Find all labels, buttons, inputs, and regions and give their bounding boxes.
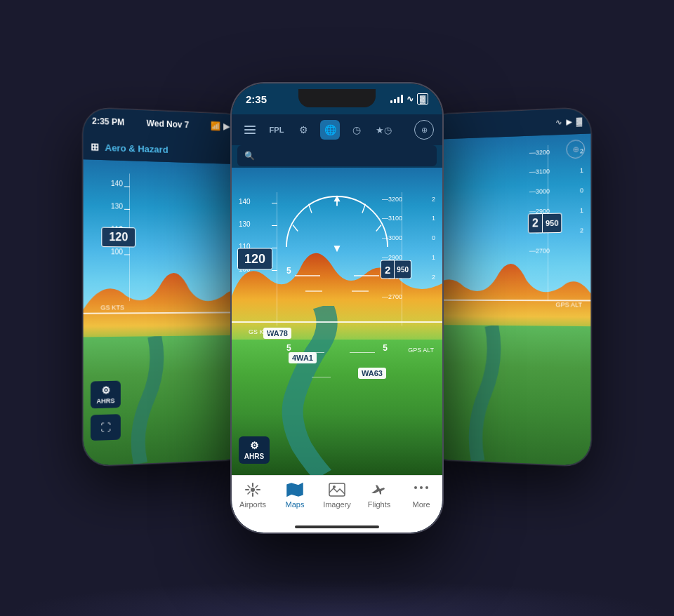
left-speed-label: GS KTS [89,304,136,311]
right-alt-main: 2 [528,213,543,234]
maps-icon [285,481,305,498]
center-rnum-1b: 1 [432,254,435,261]
right-alt-3100: —3100 [529,168,550,175]
layers-icon: ⊞ [91,141,99,153]
center-search-bar[interactable]: 🔍 [237,145,437,166]
toolbar-icons-left: FPL ⚙ 🌐 ◷ ★◷ [240,120,393,140]
bar3 [397,97,399,103]
right-battery-icon: ▓ [576,116,582,126]
phone-right-screen: ∿ ▶ ▓ ⊕ [424,108,591,467]
center-toolbar: FPL ⚙ 🌐 ◷ ★◷ ⊕ [232,114,442,145]
tab-imagery[interactable]: Imagery [316,481,358,509]
center-rnum-2b: 2 [432,274,435,281]
hud-label-5-lower-left: 5 [286,343,291,353]
center-spd-current: 120 [237,248,272,270]
tab-maps[interactable]: Maps [274,481,316,509]
left-header: ⊞ Aero & Hazard [84,133,251,164]
right-location-icon: ▶ [566,117,571,127]
right-alt-current: 2 950 [528,213,562,234]
center-alt-2700: —2700 [382,293,402,300]
phone-left-screen: 2:35 PM Wed Nov 7 📶 ▶ 🔋 ⊞ Aero & Hazard [84,108,251,467]
center-spd-130: 130 [239,220,251,228]
gear-icon: ⚙ [299,124,308,135]
svg-point-14 [420,486,423,489]
left-ahrs-btn[interactable]: ⚙ AHRS [91,381,121,409]
left-time: 2:35 PM [92,116,124,127]
right-alt-3000: —3000 [529,187,550,195]
imagery-icon [327,481,347,498]
right-wifi-icon: ∿ [555,117,562,127]
center-alt-current: 2 950 [381,260,411,279]
right-sub-0: 0 [580,187,583,194]
center-status-icons: ∿ ▓ [390,93,428,105]
svg-point-10 [251,488,255,492]
svg-marker-8 [334,246,341,252]
hud-pitch-line-1 [295,275,320,276]
center-rnum-2a: 2 [432,196,435,203]
right-sub-1a: 1 [580,167,583,174]
right-gps-alt-label: GPS ALT [528,301,585,308]
center-rnum-0: 0 [432,234,435,241]
left-expand-btn[interactable]: ⛶ [91,414,121,441]
imagery-tab-label: Imagery [323,500,351,509]
signal-bars [390,95,403,103]
toolbar-globe-btn[interactable]: 🌐 [320,120,340,140]
phone-right: ∿ ▶ ▓ ⊕ [424,108,591,467]
center-alt-tape: —3200 2 —3100 1 —3000 0 —2900 1 —2800 2 … [381,192,437,354]
center-alt-3100: —3100 [382,215,402,222]
compass-icon: ⊕ [572,145,579,154]
tab-flights[interactable]: Flights [358,481,400,509]
svg-point-13 [414,486,417,489]
expand-icon: ⛶ [100,422,110,434]
toolbar-clock-btn[interactable]: ◷ [347,120,366,140]
more-tab-label: More [412,500,430,509]
left-speed-current: 120 [101,227,136,248]
center-tab-bar: Airports Maps [232,475,442,533]
waypoint-wa63: WA63 [358,368,386,379]
waypoint-4wa1: 4WA1 [289,352,317,363]
hud-pitch-line-2 [354,275,379,276]
right-sub-2b: 2 [580,227,583,234]
notch [298,89,376,107]
toolbar-star-btn[interactable]: ★◷ [374,120,393,140]
phone-center: 2:35 ▶ ∿ ▓ [232,83,442,533]
center-wifi-icon: ∿ [407,94,414,104]
right-river-svg [424,325,591,466]
svg-rect-0 [244,126,256,127]
center-spd-label: GS KTS [237,328,283,335]
svg-rect-2 [244,133,256,134]
phone-left: 2:35 PM Wed Nov 7 📶 ▶ 🔋 ⊞ Aero & Hazard [84,108,251,467]
center-spd-140: 140 [239,198,251,206]
toolbar-layers-btn[interactable] [240,120,260,140]
toolbar-gear-btn[interactable]: ⚙ [293,120,313,140]
center-ahrs-btn[interactable]: ⚙ AHRS [239,436,270,464]
tab-airports[interactable]: Airports [232,481,274,509]
fpl-label: FPL [270,126,284,134]
right-alt-3200: —3200 [529,149,550,156]
right-sub-1b: 1 [580,207,583,214]
right-alt-2700: —2700 [529,247,550,254]
toolbar-fpl-btn[interactable]: FPL [267,120,286,140]
home-indicator [295,525,379,528]
right-alt-sub: 950 [543,213,562,234]
hud-pitch-line-4 [352,290,369,292]
center-ahrs-label: AHRS [244,453,264,460]
svg-line-4 [309,204,312,213]
toolbar-crosshair-btn[interactable]: ⊕ [414,120,434,140]
center-alt-3000: —3000 [382,234,402,241]
center-battery-icon: ▓ [417,93,428,105]
left-speed-140: 140 [111,180,123,188]
tab-more[interactable]: More [400,481,442,509]
svg-line-5 [362,204,366,213]
center-alt-sub: 950 [395,260,411,279]
left-header-label: Aero & Hazard [105,142,168,154]
left-ahrs-label: AHRS [96,397,114,405]
right-alt-tape: —3200 —3100 —3000 —2900 —2800 —2700 2 1 … [528,144,585,309]
svg-point-12 [333,486,336,488]
location-icon: ▶ [223,121,230,131]
left-day: Wed Nov 7 [147,119,190,130]
crosshair-icon: ⊕ [421,126,428,135]
center-rnum-1a: 1 [432,215,435,222]
bar4 [401,95,403,103]
hud-label-5-left: 5 [286,266,291,276]
